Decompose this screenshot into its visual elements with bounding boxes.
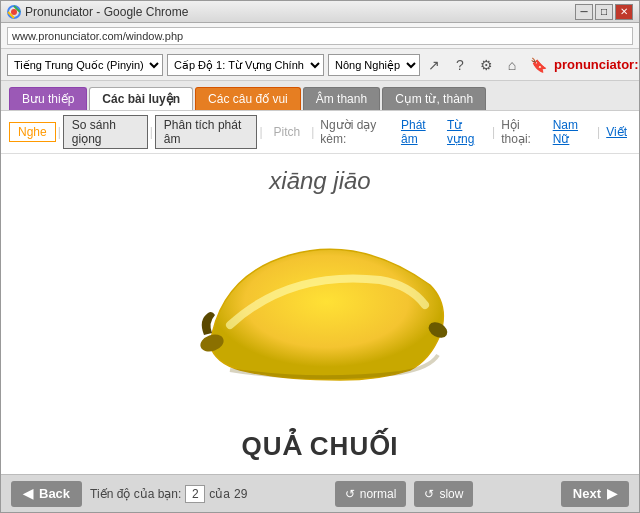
back-arrow-icon: ◀: [23, 486, 33, 501]
banana-image: [160, 215, 480, 415]
logo-text: pronunciator: [554, 57, 634, 72]
sub-section-hoi-thoai: Hội thoại: Nam Nữ: [497, 116, 595, 148]
content-area: xiāng jiāo: [1, 154, 639, 474]
home-icon[interactable]: ⌂: [502, 55, 522, 75]
divider4: |: [309, 125, 316, 139]
export-icon[interactable]: ↗: [424, 55, 444, 75]
subtab-pitch: Pitch: [265, 122, 310, 142]
progress-info: Tiến độ của bạn: 2 của 29: [90, 485, 247, 503]
chrome-icon: [7, 5, 21, 19]
app-window: Pronunciator - Google Chrome ─ □ ✕ Tiếng…: [0, 0, 640, 513]
progress-of: của: [209, 487, 230, 501]
close-button[interactable]: ✕: [615, 4, 633, 20]
sub-tabs: Nghe | So sánh giọng | Phân tích phát âm…: [1, 111, 639, 154]
toolbar: Tiếng Trung Quốc (Pinyin) Cấp Độ 1: Từ V…: [1, 49, 639, 81]
tab-cum-tu-thanh[interactable]: Cụm từ, thành: [382, 87, 486, 110]
subtab-nghe[interactable]: Nghe: [9, 122, 56, 142]
title-bar-left: Pronunciator - Google Chrome: [7, 5, 188, 19]
title-bar: Pronunciator - Google Chrome ─ □ ✕: [1, 1, 639, 23]
next-arrow-icon: ▶: [607, 486, 617, 501]
normal-label: normal: [360, 487, 397, 501]
svg-point-1: [11, 9, 17, 15]
divider5: |: [490, 125, 497, 139]
main-tabs: Bưu thiếp Các bài luyện Các câu đố vui Â…: [1, 81, 639, 111]
progress-label: Tiến độ của bạn:: [90, 487, 181, 501]
subtab-phan-tich-phat-am[interactable]: Phân tích phát âm: [155, 115, 258, 149]
divider1: |: [56, 125, 63, 139]
next-label: Next: [573, 486, 601, 501]
toolbar-icons: ↗ ? ⚙ ⌂ 🔖 pronunciator:: [424, 55, 639, 75]
back-label: Back: [39, 486, 70, 501]
viet-link[interactable]: Viết: [602, 123, 631, 141]
phat-am-link[interactable]: Phát âm: [397, 116, 443, 148]
nguoi-day-kem-label: Người dạy kèm:: [316, 116, 397, 148]
divider3: |: [257, 125, 264, 139]
refresh-icon-normal: ↺: [345, 487, 355, 501]
progress-total: 29: [234, 487, 247, 501]
maximize-button[interactable]: □: [595, 4, 613, 20]
url-input[interactable]: [7, 27, 633, 45]
word-text: QUẢ CHUỐI: [242, 431, 399, 462]
refresh-icon-slow: ↺: [424, 487, 434, 501]
back-button[interactable]: ◀ Back: [11, 481, 82, 507]
tab-cac-bai-luyen[interactable]: Các bài luyện: [89, 87, 193, 110]
slow-button[interactable]: ↺ slow: [414, 481, 473, 507]
level-select[interactable]: Cấp Độ 1: Từ Vựng Chính: [167, 54, 324, 76]
bookmark-icon[interactable]: 🔖: [528, 55, 548, 75]
divider6: |: [595, 125, 602, 139]
nam-nu-link[interactable]: Nam Nữ: [549, 116, 595, 148]
next-button[interactable]: Next ▶: [561, 481, 629, 507]
hoi-thoai-label: Hội thoại:: [497, 116, 548, 148]
window-title: Pronunciator - Google Chrome: [25, 5, 188, 19]
address-bar: [1, 23, 639, 49]
divider2: |: [148, 125, 155, 139]
topic-select[interactable]: Nông Nghiệp: [328, 54, 420, 76]
tab-cac-cau-do-vui[interactable]: Các câu đố vui: [195, 87, 301, 110]
subtab-so-sanh-giong[interactable]: So sánh giọng: [63, 115, 148, 149]
progress-current: 2: [185, 485, 205, 503]
language-select[interactable]: Tiếng Trung Quốc (Pinyin): [7, 54, 163, 76]
banana-svg: [160, 215, 480, 415]
tu-vung-link[interactable]: Từ vựng: [443, 116, 490, 148]
sub-section-nguoi-day-kem: Người dạy kèm: Phát âm Từ vựng: [316, 116, 490, 148]
help-icon[interactable]: ?: [450, 55, 470, 75]
window-controls: ─ □ ✕: [575, 4, 633, 20]
bottom-bar: ◀ Back Tiến độ của bạn: 2 của 29 ↺ norma…: [1, 474, 639, 512]
tab-buu-thiep[interactable]: Bưu thiếp: [9, 87, 87, 110]
slow-label: slow: [439, 487, 463, 501]
settings-icon[interactable]: ⚙: [476, 55, 496, 75]
logo-colon: :: [634, 57, 638, 72]
normal-button[interactable]: ↺ normal: [335, 481, 407, 507]
minimize-button[interactable]: ─: [575, 4, 593, 20]
pronunciator-logo: pronunciator:: [554, 57, 639, 72]
pinyin-text: xiāng jiāo: [269, 167, 370, 195]
tab-am-thanh[interactable]: Âm thanh: [303, 87, 380, 110]
